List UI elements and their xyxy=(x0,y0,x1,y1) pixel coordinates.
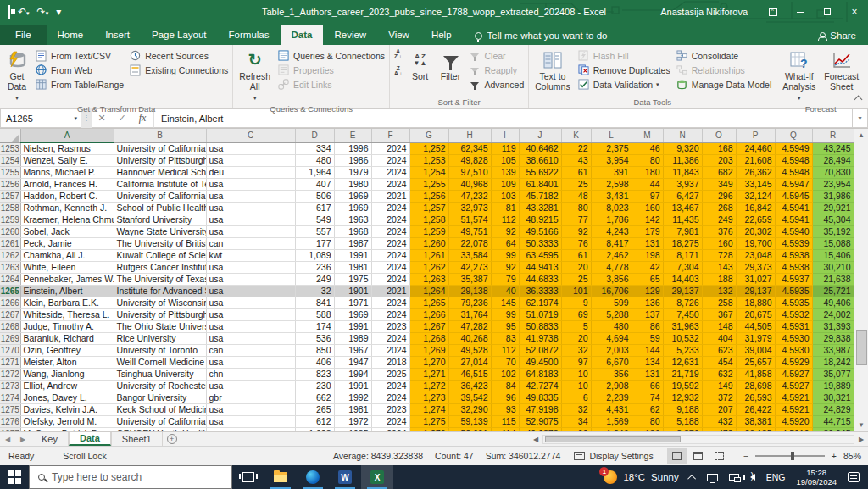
manage-data-model-button[interactable]: Manage Data Model xyxy=(674,77,774,92)
cell-N1275[interactable]: 9,188 xyxy=(663,404,702,416)
cell-N1257[interactable]: 6,427 xyxy=(663,191,702,203)
cell-N1256[interactable]: 3,937 xyxy=(663,179,702,191)
cell-O1266[interactable]: 258 xyxy=(702,297,736,309)
cell-P1273[interactable]: 28,698 xyxy=(736,381,775,392)
cell-Q1253[interactable]: 4.5949 xyxy=(775,142,812,155)
cell-K1259[interactable]: 77 xyxy=(561,214,591,226)
cell-C1255[interactable]: deu xyxy=(206,167,295,179)
cell-H1259[interactable]: 51,574 xyxy=(448,214,491,226)
cell-O1269[interactable]: 404 xyxy=(702,333,736,345)
cell-M1260[interactable]: 179 xyxy=(632,226,663,238)
cell-L1254[interactable]: 3,954 xyxy=(591,155,632,167)
cell-B1259[interactable]: Stanford University xyxy=(114,214,206,226)
cell-D1276[interactable]: 612 xyxy=(295,416,334,428)
display-tray-button[interactable] xyxy=(729,474,739,481)
cell-F1255[interactable]: 2024 xyxy=(371,167,409,179)
cell-B1253[interactable]: University of California, Be xyxy=(114,142,206,155)
cell-K1265[interactable]: 101 xyxy=(561,286,591,297)
cell-H1258[interactable]: 32,973 xyxy=(448,203,491,214)
cell-Q1260[interactable]: 4.5940 xyxy=(775,226,812,238)
cell-J1267[interactable]: 51.0719 xyxy=(519,309,561,321)
cell-P1255[interactable]: 26,362 xyxy=(736,167,775,179)
row-header-1267[interactable]: 1267 xyxy=(0,309,20,321)
cell-B1277[interactable]: ORYGEN Youth Health xyxy=(114,428,206,432)
row-header-1268[interactable]: 1268 xyxy=(0,321,20,333)
excel-button[interactable]: X xyxy=(361,465,393,489)
cell-H1265[interactable]: 29,138 xyxy=(448,286,491,297)
cell-K1262[interactable]: 61 xyxy=(561,250,591,262)
column-header-E[interactable]: E xyxy=(334,129,371,142)
cell-Q1259[interactable]: 4.5941 xyxy=(775,214,812,226)
page-layout-view-button[interactable] xyxy=(688,448,709,464)
cell-B1273[interactable]: University of Rochester xyxy=(114,381,206,392)
row-header-1272[interactable]: 1272 xyxy=(0,369,20,381)
cell-I1271[interactable]: 70 xyxy=(491,357,519,369)
cell-C1262[interactable]: kwt xyxy=(206,250,295,262)
cell-C1273[interactable]: usa xyxy=(206,381,295,392)
cell-C1260[interactable]: usa xyxy=(206,226,295,238)
cell-G1273[interactable]: 1,272 xyxy=(409,381,448,392)
cell-R1257[interactable]: 31,986 xyxy=(812,191,854,203)
cell-A1254[interactable]: Wenzel, Sally E. xyxy=(20,155,114,167)
cell-J1258[interactable]: 43.3281 xyxy=(519,203,561,214)
cell-P1263[interactable]: 29,373 xyxy=(736,262,775,274)
cell-I1265[interactable]: 40 xyxy=(491,286,519,297)
cell-D1274[interactable]: 662 xyxy=(295,392,334,404)
cell-F1275[interactable]: 2023 xyxy=(371,404,409,416)
cell-D1258[interactable]: 617 xyxy=(295,203,334,214)
from-text-csv-button[interactable]: From Text/CSV xyxy=(33,48,113,63)
sort-button[interactable]: A Z▼▲ Sort xyxy=(406,47,435,82)
cell-Q1272[interactable]: 4.5927 xyxy=(775,369,812,381)
cell-H1271[interactable]: 27,014 xyxy=(448,357,491,369)
cell-E1268[interactable]: 1991 xyxy=(334,321,371,333)
cell-J1263[interactable]: 44.9413 xyxy=(519,262,561,274)
cell-H1277[interactable]: 52,601 xyxy=(448,428,491,432)
cell-R1266[interactable]: 49,406 xyxy=(812,297,854,309)
cell-E1269[interactable]: 1989 xyxy=(334,333,371,345)
cell-B1263[interactable]: Rutgers Cancer Institute of xyxy=(114,262,206,274)
cell-C1266[interactable]: usa xyxy=(206,297,295,309)
cell-P1257[interactable]: 32,124 xyxy=(736,191,775,203)
cell-M1265[interactable]: 129 xyxy=(632,286,663,297)
cell-G1253[interactable]: 1,252 xyxy=(409,142,448,155)
normal-view-button[interactable] xyxy=(667,448,687,464)
cell-E1260[interactable]: 1968 xyxy=(334,226,371,238)
cell-L1271[interactable]: 6,670 xyxy=(591,357,632,369)
column-header-K[interactable]: K xyxy=(561,129,591,142)
cell-C1259[interactable]: usa xyxy=(206,214,295,226)
cell-N1259[interactable]: 11,435 xyxy=(663,214,702,226)
cell-Q1254[interactable]: 4.5948 xyxy=(775,155,812,167)
scroll-left-icon[interactable]: ◀ xyxy=(529,436,542,443)
cell-Q1269[interactable]: 4.5930 xyxy=(775,333,812,345)
cell-N1264[interactable]: 14,403 xyxy=(663,274,702,286)
cell-E1273[interactable]: 1991 xyxy=(334,381,371,392)
ribbon-display-options-button[interactable] xyxy=(760,0,787,24)
row-header-1260[interactable]: 1260 xyxy=(0,226,20,238)
cell-C1256[interactable]: usa xyxy=(206,179,295,191)
cell-J1259[interactable]: 48.9215 xyxy=(519,214,561,226)
column-header-F[interactable]: F xyxy=(371,129,409,142)
cell-I1253[interactable]: 119 xyxy=(491,142,519,155)
cell-B1262[interactable]: Kuwait College of Science & xyxy=(114,250,206,262)
cell-C1270[interactable]: can xyxy=(206,345,295,357)
cell-A1263[interactable]: White, Eileen xyxy=(20,262,114,274)
row-header-1275[interactable]: 1275 xyxy=(0,404,20,416)
flash-fill-button[interactable]: Flash Fill xyxy=(576,48,631,63)
column-header-D[interactable]: D xyxy=(295,129,334,142)
cell-L1268[interactable]: 480 xyxy=(591,321,632,333)
cell-Q1265[interactable]: 4.5935 xyxy=(775,286,812,297)
cell-L1269[interactable]: 4,694 xyxy=(591,333,632,345)
save-button[interactable] xyxy=(8,7,10,17)
cell-L1260[interactable]: 4,243 xyxy=(591,226,632,238)
cell-Q1266[interactable]: 4.5935 xyxy=(775,297,812,309)
tab-review[interactable]: Review xyxy=(323,25,377,45)
cell-L1257[interactable]: 3,431 xyxy=(591,191,632,203)
cell-J1272[interactable]: 64.8183 xyxy=(519,369,561,381)
cell-D1268[interactable]: 174 xyxy=(295,321,334,333)
column-header-I[interactable]: I xyxy=(491,129,519,142)
cell-P1258[interactable]: 16,842 xyxy=(736,203,775,214)
cell-L1265[interactable]: 16,706 xyxy=(591,286,632,297)
cell-K1257[interactable]: 48 xyxy=(561,191,591,203)
consolidate-button[interactable]: Consolidate xyxy=(674,48,740,63)
column-header-P[interactable]: P xyxy=(736,129,775,142)
